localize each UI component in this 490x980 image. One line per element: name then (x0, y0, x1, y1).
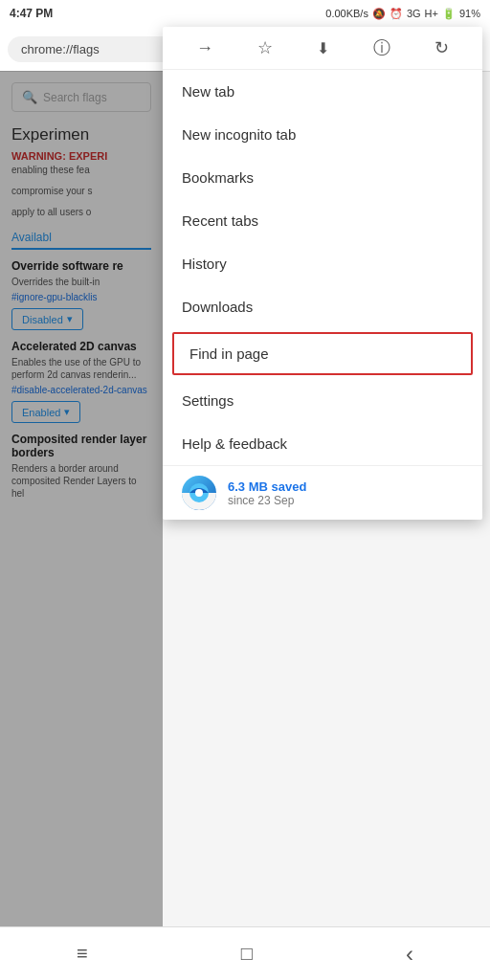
menu-item-history[interactable]: History (163, 242, 482, 285)
signal-3g: 3G (407, 8, 421, 19)
info-icon[interactable]: ⓘ (373, 36, 390, 59)
url-text: chrome://flags (21, 42, 100, 56)
download-icon[interactable]: ⬇ (317, 39, 329, 57)
menu-item-bookmarks[interactable]: Bookmarks (163, 156, 482, 199)
menu-item-help-feedback[interactable]: Help & feedback (163, 422, 482, 465)
forward-icon[interactable]: → (196, 38, 213, 58)
battery-percent: 91% (459, 8, 480, 19)
svg-point-1 (195, 489, 203, 497)
data-saver-icon (182, 476, 216, 510)
alarm-icon: ⏰ (390, 8, 403, 20)
status-icons: 0.00KB/s 🔕 ⏰ 3G H+ 🔋 91% (325, 8, 480, 20)
network-speed: 0.00KB/s (325, 8, 368, 19)
data-saver-svg (188, 481, 211, 504)
menu-item-downloads[interactable]: Downloads (163, 285, 482, 328)
nav-back-icon[interactable]: ‹ (406, 941, 413, 968)
footer-text: 6.3 MB saved since 23 Sep (228, 479, 306, 507)
bookmark-icon[interactable]: ☆ (257, 37, 273, 58)
bottom-nav: ≡ □ ‹ (0, 926, 490, 980)
signal-h-plus: H+ (425, 8, 438, 19)
battery-icon: 🔋 (442, 8, 456, 20)
menu-scrim (0, 71, 163, 926)
dropdown-menu: → ☆ ⬇ ⓘ ↻ New tab New incognito tab Book… (163, 27, 482, 520)
menu-item-new-tab[interactable]: New tab (163, 70, 482, 113)
menu-item-settings[interactable]: Settings (163, 379, 482, 422)
menu-item-new-incognito-tab[interactable]: New incognito tab (163, 113, 482, 156)
silent-icon: 🔕 (372, 8, 386, 20)
footer-saved: 6.3 MB saved (228, 479, 306, 494)
refresh-icon[interactable]: ↻ (434, 37, 449, 58)
nav-menu-icon[interactable]: ≡ (77, 943, 88, 965)
status-bar: 4:47 PM 0.00KB/s 🔕 ⏰ 3G H+ 🔋 91% (0, 0, 490, 27)
menu-toolbar: → ☆ ⬇ ⓘ ↻ (163, 27, 482, 70)
menu-item-recent-tabs[interactable]: Recent tabs (163, 199, 482, 242)
nav-home-icon[interactable]: □ (241, 943, 253, 965)
status-time: 4:47 PM (10, 7, 53, 20)
menu-footer: 6.3 MB saved since 23 Sep (163, 466, 482, 520)
footer-date: since 23 Sep (228, 494, 306, 507)
menu-item-find-in-page[interactable]: Find in page (172, 332, 473, 375)
